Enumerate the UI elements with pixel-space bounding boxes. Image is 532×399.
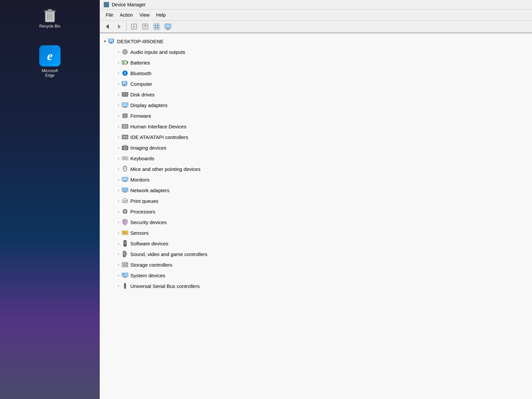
tree-item-keyboards[interactable]: › Keyboards	[100, 153, 532, 164]
batteries-label: Batteries	[130, 60, 150, 66]
tree-item-network[interactable]: › Network adapters	[100, 185, 532, 196]
bluetooth-icon: ᛒ	[122, 70, 128, 76]
tree-item-usb[interactable]: › Universal Serial Bus controllers	[100, 281, 532, 291]
disk-label: Disk drives	[130, 92, 155, 97]
print-icon	[122, 198, 128, 204]
keyboards-label: Keyboards	[130, 156, 154, 161]
firmware-expand-arrow[interactable]: ›	[116, 113, 121, 118]
tree-item-batteries[interactable]: › Batteries	[100, 57, 532, 68]
svg-rect-68	[125, 157, 126, 158]
svg-rect-48	[122, 124, 128, 128]
svg-rect-17	[165, 24, 171, 28]
storage-expand-arrow[interactable]: ›	[116, 262, 121, 267]
tree-item-display[interactable]: › Display adapters	[100, 100, 532, 110]
disk-expand-arrow[interactable]: ›	[116, 92, 121, 97]
imaging-expand-arrow[interactable]: ›	[116, 145, 121, 150]
tree-item-mice[interactable]: › Mice and other pointing devices	[100, 164, 532, 174]
toolbar-btn-monitor[interactable]	[163, 22, 173, 31]
tree-item-ide[interactable]: › IDE ATA/ATAPI controllers	[100, 132, 532, 142]
print-expand-arrow[interactable]: ›	[116, 198, 121, 203]
tree-item-sensors[interactable]: › Sensors	[100, 227, 532, 238]
tree-item-monitors[interactable]: › Monitors	[100, 174, 532, 185]
usb-expand-arrow[interactable]: ›	[116, 283, 121, 289]
svg-rect-122	[123, 277, 127, 278]
mice-expand-arrow[interactable]: ›	[116, 166, 121, 172]
network-expand-arrow[interactable]: ›	[116, 188, 121, 193]
svg-rect-84	[123, 199, 127, 200]
ide-label: IDE ATA/ATAPI controllers	[130, 134, 188, 140]
bluetooth-expand-arrow[interactable]: ›	[116, 70, 121, 76]
tree-item-firmware[interactable]: › Firmware	[100, 110, 532, 121]
toolbar-btn-properties[interactable]: i	[129, 22, 139, 31]
software-label: Software devices	[130, 241, 168, 246]
recycle-bin-icon[interactable]: Recycle Bin	[39, 7, 60, 29]
tree-item-security[interactable]: › Security devices	[100, 217, 532, 227]
tree-item-software[interactable]: › Software devices	[100, 238, 532, 249]
ide-expand-arrow[interactable]: ›	[116, 134, 121, 140]
svg-rect-13	[155, 25, 156, 26]
system-label: System devices	[130, 273, 165, 278]
toolbar-separator-1	[126, 23, 127, 31]
root-expand-arrow[interactable]: ▾	[102, 39, 108, 44]
menu-file[interactable]: File	[102, 11, 117, 19]
tree-item-system[interactable]: › System devices	[100, 270, 532, 281]
back-button[interactable]	[102, 22, 113, 31]
sensors-icon	[122, 229, 128, 236]
svg-text:i: i	[133, 24, 134, 29]
menu-action[interactable]: Action	[117, 11, 136, 19]
tree-item-storage[interactable]: › Storage controllers	[100, 259, 532, 270]
processors-label: Processors	[130, 209, 155, 214]
toolbar: i ?	[100, 21, 532, 33]
toolbar-btn-help[interactable]: ?	[140, 22, 151, 31]
svg-rect-28	[127, 62, 128, 64]
svg-rect-85	[123, 201, 127, 202]
tree-item-imaging[interactable]: › Imaging devices	[100, 142, 532, 153]
edge-app-icon[interactable]: MicrosoftEdge	[39, 45, 61, 78]
software-expand-arrow[interactable]: ›	[116, 241, 121, 246]
display-expand-arrow[interactable]: ›	[116, 102, 121, 108]
security-expand-arrow[interactable]: ›	[116, 219, 121, 225]
print-label: Print queues	[130, 198, 158, 204]
tree-item-processors[interactable]: › Proces	[100, 206, 532, 217]
svg-rect-71	[124, 159, 126, 159]
system-expand-arrow[interactable]: ›	[116, 273, 121, 278]
tree-root-item[interactable]: ▾ DESKTOP-I95OENE	[100, 36, 532, 47]
svg-rect-53	[124, 127, 126, 128]
computer-expand-arrow[interactable]: ›	[116, 81, 121, 86]
forward-button[interactable]	[114, 22, 124, 31]
svg-marker-6	[106, 24, 109, 29]
svg-rect-51	[126, 125, 127, 126]
computer-icon-child	[122, 80, 128, 87]
svg-rect-29	[122, 62, 125, 64]
processors-expand-arrow[interactable]: ›	[116, 209, 121, 214]
security-label: Security devices	[130, 219, 167, 225]
tree-item-audio[interactable]: › Audio inputs and outputs	[100, 47, 532, 57]
monitors-expand-arrow[interactable]: ›	[116, 177, 121, 182]
battery-icon	[122, 59, 128, 66]
audio-expand-arrow[interactable]: ›	[116, 49, 121, 55]
svg-point-119	[127, 266, 128, 267]
keyboards-expand-arrow[interactable]: ›	[116, 156, 121, 161]
svg-rect-82	[123, 189, 127, 191]
toolbar-btn-scan[interactable]	[151, 22, 162, 31]
tree-item-computer[interactable]: › Computer	[100, 78, 532, 89]
disk-icon	[122, 91, 128, 98]
svg-rect-22	[110, 43, 112, 43]
sound-expand-arrow[interactable]: ›	[116, 251, 121, 257]
menu-view[interactable]: View	[136, 11, 153, 19]
audio-icon	[122, 49, 128, 55]
tree-item-bluetooth[interactable]: › ᛒ Bluetooth	[100, 68, 532, 78]
display-label: Display adapters	[130, 102, 168, 108]
tree-item-print[interactable]: › Print queues	[100, 196, 532, 206]
svg-rect-125	[124, 285, 125, 286]
hid-expand-arrow[interactable]: ›	[116, 124, 121, 129]
tree-item-disk[interactable]: › Disk drives	[100, 89, 532, 100]
mouse-icon	[122, 166, 128, 172]
tree-item-sound[interactable]: › Sound, video and game controllers	[100, 249, 532, 259]
svg-point-39	[126, 94, 127, 95]
sensors-expand-arrow[interactable]: ›	[116, 230, 121, 235]
tree-item-hid[interactable]: › Human Interface Devices	[100, 121, 532, 132]
batteries-expand-arrow[interactable]: ›	[116, 60, 121, 65]
desktop-background: Recycle Bin MicrosoftEdge	[0, 0, 100, 399]
menu-help[interactable]: Help	[153, 11, 169, 19]
